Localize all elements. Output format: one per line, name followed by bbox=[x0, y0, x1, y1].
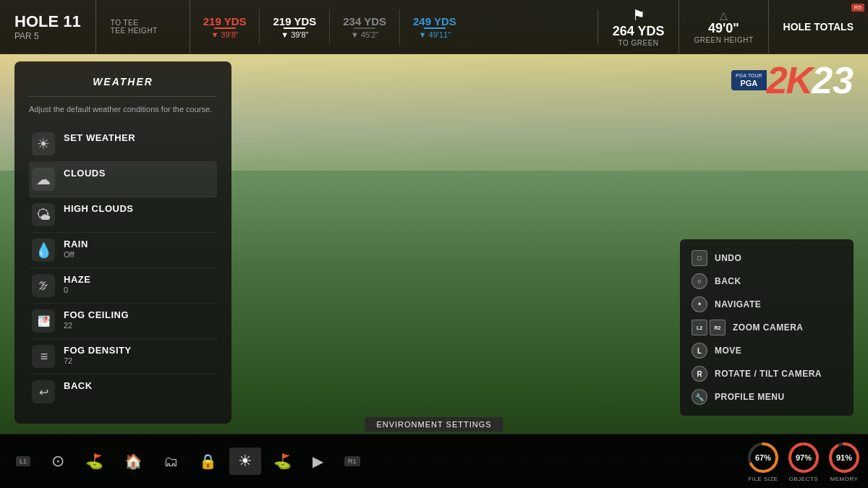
weather-description: Adjust the default weather conditions fo… bbox=[29, 104, 217, 115]
ctrl-rotate: R ROTATE / TILT CAMERA bbox=[692, 362, 842, 385]
pga-tour-text: PGA TOUR bbox=[736, 73, 762, 79]
clouds-name: CLOUDS bbox=[64, 168, 214, 179]
nav-item-7[interactable]: ▶ bbox=[304, 448, 332, 474]
back-name: BACK bbox=[64, 380, 214, 391]
undo-label: UNDO bbox=[715, 253, 741, 263]
triangle-icon: △ bbox=[720, 9, 728, 21]
profile-label: PROFILE MENU bbox=[715, 392, 785, 402]
zoom-buttons: L2 R2 bbox=[692, 320, 726, 335]
yds-blue-value: 249 YDS bbox=[413, 15, 456, 27]
yds-white-dist: ▼ 39'8" bbox=[281, 30, 308, 39]
nav-icon-3: 🏠 bbox=[124, 453, 142, 470]
green-height-label: GREEN HEIGHT bbox=[694, 36, 753, 44]
logo-2k: 2K bbox=[767, 61, 812, 99]
ctrl-zoom: L2 R2 ZOOM CAMERA bbox=[692, 316, 842, 339]
navigate-icon: ✦ bbox=[692, 296, 707, 312]
haze-name: HAZE bbox=[64, 274, 214, 285]
nav-item-2[interactable]: ⛳ bbox=[77, 448, 112, 474]
clouds-icon: ☁ bbox=[32, 168, 55, 191]
r5-badge: R5 bbox=[851, 4, 864, 12]
haze-value: 0 bbox=[64, 286, 214, 294]
file-size-pct: 67% bbox=[755, 453, 771, 462]
weather-fog-ceiling[interactable]: 🌁 FOG CEILING 22 bbox=[29, 304, 217, 339]
fog-density-value: 72 bbox=[64, 356, 214, 365]
haze-icon: 🌫 bbox=[32, 274, 55, 297]
navigate-label: NAVIGATE bbox=[715, 299, 761, 309]
high-clouds-icon: 🌤 bbox=[32, 203, 55, 226]
nav-item-5[interactable]: 🔒 bbox=[190, 448, 226, 474]
green-height-section: △ 49'0" GREEN HEIGHT bbox=[679, 0, 768, 53]
yardage-red: 219 YDS ▼ 39'8" bbox=[190, 9, 260, 45]
tee-info: TO TEE TEE HEIGHT bbox=[96, 0, 190, 53]
top-hud: HOLE 11 PAR 5 TO TEE TEE HEIGHT 219 YDS … bbox=[0, 0, 868, 54]
yardage-white: 219 YDS ▼ 39'8" bbox=[260, 9, 330, 45]
nav-items: L1 ⊙ ⛳ 🏠 🗂 🔒 ☀ ⛳ ▶ R1 bbox=[7, 448, 746, 475]
pga-badge: PGA TOUR PGA bbox=[731, 70, 767, 90]
file-size-label: FILE SIZE bbox=[748, 476, 778, 482]
nav-icon-6: ⛳ bbox=[273, 453, 292, 470]
move-label: MOVE bbox=[715, 346, 741, 356]
ctrl-undo: □ UNDO bbox=[692, 247, 842, 270]
nav-item-3[interactable]: 🏠 bbox=[116, 448, 151, 474]
rain-value: Off bbox=[64, 250, 214, 259]
weather-clouds[interactable]: ☁ CLOUDS bbox=[29, 162, 217, 197]
to-green-label: TO GREEN bbox=[618, 39, 659, 47]
l1-badge: L1 bbox=[7, 452, 39, 471]
yds-blue-dist: ▼ 49'11" bbox=[419, 30, 451, 39]
nav-icon-1: ⊙ bbox=[51, 452, 64, 471]
to-green-yds: 264 YDS bbox=[613, 24, 665, 39]
yds-white-value: 219 YDS bbox=[273, 15, 316, 27]
par-value: PAR 5 bbox=[14, 31, 81, 41]
weather-back[interactable]: ↩ BACK bbox=[29, 374, 217, 409]
logo-area: PGA TOUR PGA 2K 23 bbox=[731, 61, 854, 99]
progress-memory: 91% MEMORY bbox=[827, 441, 861, 482]
objects-pct: 97% bbox=[796, 453, 812, 462]
rain-icon: 💧 bbox=[32, 239, 55, 262]
hole-totals-label: HOLE TOTALS bbox=[783, 21, 854, 33]
objects-ring: 97% bbox=[787, 441, 820, 474]
rotate-button-icon: R bbox=[692, 366, 707, 382]
yardage-row: 219 YDS ▼ 39'8" 219 YDS ▼ 39'8" 234 YDS … bbox=[190, 9, 598, 45]
progress-file-size: 67% FILE SIZE bbox=[746, 441, 780, 482]
back-icon: ↩ bbox=[32, 380, 55, 403]
yds-black-value: 234 YDS bbox=[343, 15, 386, 27]
weather-rain[interactable]: 💧 RAIN Off bbox=[29, 233, 217, 268]
weather-haze[interactable]: 🌫 HAZE 0 bbox=[29, 268, 217, 304]
red-line bbox=[214, 27, 236, 29]
haze-content: HAZE 0 bbox=[64, 274, 214, 294]
nav-icon-5: 🔒 bbox=[199, 453, 217, 470]
nav-item-4[interactable]: 🗂 bbox=[155, 449, 187, 474]
fog-ceiling-icon: 🌁 bbox=[32, 309, 55, 333]
l2-button: L2 bbox=[692, 320, 707, 335]
set-weather-icon: ☀ bbox=[32, 132, 55, 155]
memory-label: MEMORY bbox=[830, 476, 859, 482]
zoom-label: ZOOM CAMERA bbox=[733, 322, 804, 333]
bottom-navigation: L1 ⊙ ⛳ 🏠 🗂 🔒 ☀ ⛳ ▶ R1 bbox=[0, 434, 868, 488]
back-ctrl-label: BACK bbox=[715, 276, 741, 286]
weather-set-weather[interactable]: ☀ SET WEATHER bbox=[29, 127, 217, 162]
green-height-value: 49'0" bbox=[708, 21, 739, 36]
nav-item-active-env[interactable]: ☀ bbox=[229, 448, 261, 475]
to-green-section: ⚑ 264 YDS TO GREEN bbox=[598, 0, 680, 53]
yds-red-value: 219 YDS bbox=[203, 15, 247, 27]
nav-item-1[interactable]: ⊙ bbox=[43, 448, 73, 475]
rain-content: RAIN Off bbox=[64, 239, 214, 259]
fog-ceiling-value: 22 bbox=[64, 321, 214, 330]
ctrl-move: L MOVE bbox=[692, 339, 842, 362]
weather-title: WEATHER bbox=[29, 76, 217, 97]
file-size-ring: 67% bbox=[746, 441, 780, 474]
tee-label: TO TEE bbox=[111, 19, 175, 27]
r1-label: R1 bbox=[344, 456, 360, 466]
nav-item-6[interactable]: ⛳ bbox=[265, 448, 300, 474]
back-content: BACK bbox=[64, 380, 214, 391]
set-weather-name: SET WEATHER bbox=[64, 132, 214, 143]
rotate-label: ROTATE / TILT CAMERA bbox=[715, 369, 822, 379]
weather-high-clouds[interactable]: 🌤 HIGH CLOUDS bbox=[29, 197, 217, 233]
objects-label: OBJECTS bbox=[789, 476, 818, 482]
pga-text: PGA bbox=[740, 79, 757, 87]
nav-icon-7: ▶ bbox=[312, 453, 323, 470]
tee-height-label: TEE HEIGHT bbox=[111, 27, 175, 35]
weather-fog-density[interactable]: ≡ FOG DENSITY 72 bbox=[29, 339, 217, 374]
high-clouds-name: HIGH CLOUDS bbox=[64, 203, 214, 214]
rain-name: RAIN bbox=[64, 239, 214, 249]
